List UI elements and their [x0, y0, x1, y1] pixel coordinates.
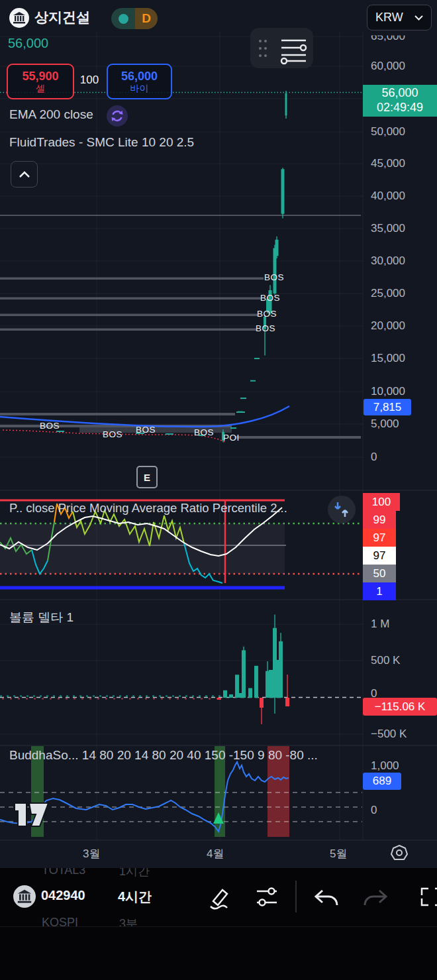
redo-icon[interactable]	[365, 891, 386, 905]
time-tick: 3월	[83, 846, 100, 861]
chevron-down-icon	[414, 15, 423, 21]
volume-tick: −500 K	[371, 728, 407, 741]
currency-value: KRW	[375, 11, 403, 25]
bos-label: BOS	[260, 293, 280, 303]
symbol-logo[interactable]	[9, 8, 29, 28]
timeaxis-settings-icon[interactable]	[391, 845, 407, 859]
percentile-legend[interactable]: P.. close Price Moving Average Ratio Per…	[9, 501, 287, 516]
price-tick: 25,000	[371, 287, 405, 300]
ema-reload-icon[interactable]	[107, 105, 128, 127]
smc-legend[interactable]: FluidTrades - SMC Lite 10 20 2.5	[9, 135, 194, 150]
smc-bos-lines-upper	[0, 278, 264, 331]
sell-label: 셀	[36, 83, 45, 93]
buddha-tick-zero: 0	[371, 804, 377, 817]
percentile-scale-box: 1	[363, 582, 396, 600]
quantity-value[interactable]: 100	[77, 74, 101, 87]
ema-legend[interactable]: EMA 200 close	[9, 107, 93, 122]
bottom-nav: 왓치리스트 차트 알아 보기 아이디어 메뉴	[0, 926, 437, 980]
buy-button[interactable]: 56,000 바이	[107, 64, 172, 99]
chart-toolbar: TOTAL3 1시간 042940 4시간 KOSPI 3분	[0, 868, 437, 926]
last-price-label: 56,000 02:49:49	[363, 85, 437, 117]
event-marker[interactable]: E	[136, 466, 158, 488]
price-tick: 60,000	[371, 60, 405, 73]
buddha-legend[interactable]: BuddhaSo... 14 80 20 14 80 20 40 150 -15…	[9, 748, 318, 763]
toggle-right-segment[interactable]: D	[135, 8, 158, 29]
price-tick: 5,000	[371, 417, 399, 431]
bos-label: BOS	[103, 429, 122, 439]
app-header: 상지건설 D KRW	[0, 0, 437, 32]
price-tick: 10,000	[371, 385, 405, 398]
volume-tick: 1 M	[371, 618, 389, 631]
ema-value-label: 7,815	[364, 399, 411, 415]
price-tick: 40,000	[371, 190, 405, 203]
volume-delta-legend[interactable]: 볼륨 델타 1	[9, 609, 73, 626]
interval-toggle[interactable]: D	[111, 8, 158, 29]
toggle-dot	[119, 14, 128, 24]
trading-app-screen: { "header": { "symbol": "상지건설", "interva…	[0, 0, 437, 980]
bos-label: BOS	[256, 323, 275, 333]
volume-tick: 500 K	[371, 654, 400, 667]
percentile-scale-box: 50	[363, 565, 396, 582]
indicator-settings-icon[interactable]	[257, 889, 277, 906]
volume-zero-line	[0, 696, 363, 699]
percentile-scale-box: 97	[363, 547, 396, 565]
drag-handle-dots[interactable]	[259, 40, 267, 57]
price-tick: 35,000	[371, 222, 405, 235]
poi-label: POI	[223, 433, 240, 443]
panel-separators	[0, 32, 437, 840]
price-tick: 45,000	[371, 157, 405, 170]
fullscreen-icon[interactable]	[422, 889, 437, 905]
buy-label: 바이	[130, 83, 149, 93]
sell-button[interactable]: 55,900 셀	[7, 64, 74, 99]
price-tick: 20,000	[371, 319, 405, 333]
buddha-tick-top: 1,000	[371, 759, 399, 773]
last-price-label-countdown: 02:49:49	[377, 101, 423, 115]
merge-panes-icon[interactable]	[328, 496, 356, 523]
time-tick: 4월	[207, 846, 224, 861]
percentile-scale-box: 99	[363, 511, 396, 529]
collapse-legends-button[interactable]	[11, 161, 38, 188]
currency-select[interactable]: KRW	[367, 5, 432, 30]
price-tick: 15,000	[371, 352, 405, 365]
toggle-left-segment[interactable]	[111, 8, 135, 29]
bos-label: BOS	[194, 427, 214, 437]
price-tick: 30,000	[371, 254, 405, 268]
price-tick: 0	[371, 451, 377, 464]
interval-badge: D	[142, 11, 151, 26]
bos-label: BOS	[264, 272, 284, 282]
bos-label: BOS	[40, 421, 60, 431]
bos-label: BOS	[257, 309, 277, 319]
buddha-value-label: 689	[363, 773, 401, 790]
floating-tools-panel[interactable]	[250, 28, 313, 68]
time-tick: 5월	[330, 846, 347, 861]
chevron-up-icon	[19, 171, 30, 178]
undo-icon[interactable]	[316, 891, 337, 905]
bos-label: BOS	[136, 425, 156, 435]
price-tick: 50,000	[371, 125, 405, 138]
last-price-label-price: 56,000	[381, 86, 418, 101]
volume-delta-bars	[217, 615, 289, 724]
layout-sliders-icon[interactable]	[281, 40, 306, 64]
last-price-text: 56,000	[8, 36, 48, 51]
volume-delta-value-label: −115.06 K	[363, 698, 437, 716]
buy-price: 56,000	[121, 70, 158, 83]
sell-price: 55,900	[22, 70, 58, 83]
bank-icon	[9, 8, 29, 28]
percentile-scale-box: 100	[363, 493, 400, 511]
candlestick-series	[222, 91, 287, 442]
percentile-scale-box: 97	[363, 529, 396, 547]
symbol-title[interactable]: 상지건설	[34, 8, 90, 27]
draw-icon[interactable]	[211, 890, 227, 908]
